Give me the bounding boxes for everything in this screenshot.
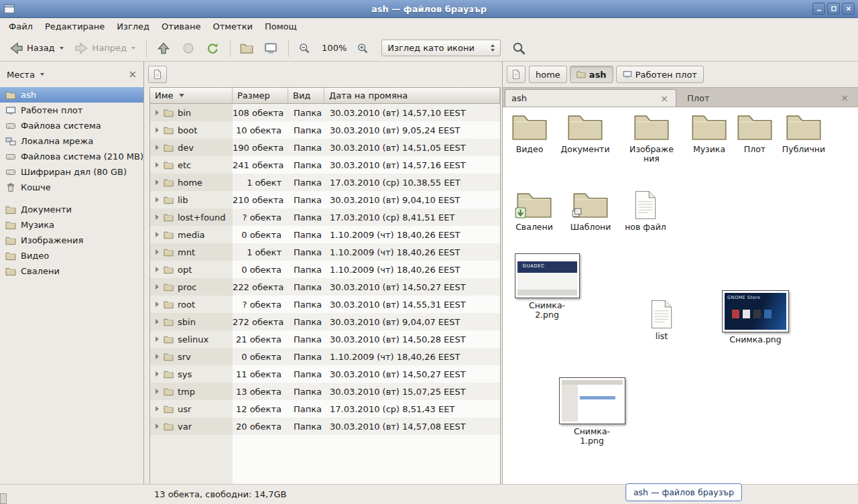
expander-icon[interactable] — [156, 180, 159, 185]
table-row-root[interactable]: root? обектаПапка30.03.2010 (вт) 14,55,3… — [150, 296, 500, 313]
table-row-mnt[interactable]: mnt1 обектПапка1.10.2009 (чт) 18,40,26 E… — [150, 243, 500, 261]
sidebar-item-6[interactable]: Кошче — [0, 180, 143, 195]
table-row-boot[interactable]: boot10 обектаПапка30.03.2010 (вт) 9,05,2… — [150, 121, 500, 139]
table-row-sbin[interactable]: sbin272 обектаПапка30.03.2010 (вт) 9,04,… — [150, 313, 500, 330]
table-row-sys[interactable]: sys11 обектаПапка30.03.2010 (вт) 14,50,2… — [150, 365, 500, 383]
icon-item-12[interactable]: Снимка-1.png — [557, 377, 627, 446]
zoom-in-button[interactable] — [352, 40, 373, 57]
view-mode-select[interactable]: Изглед като икони — [381, 40, 501, 56]
expander-icon[interactable] — [156, 214, 159, 220]
icon-item-9[interactable]: GUADECСнимка-2.png — [512, 253, 582, 320]
reload-button[interactable] — [201, 39, 224, 58]
sidebar-item-3[interactable]: Локална мрежа — [0, 133, 143, 149]
table-row-etc[interactable]: etc241 обектаПапка30.03.2010 (вт) 14,57,… — [150, 156, 500, 174]
zoom-out-button[interactable] — [294, 40, 315, 57]
sidebar-item-7[interactable]: Документи — [0, 202, 143, 217]
back-button[interactable]: Назад — [4, 38, 68, 58]
taskbar-window-button[interactable]: ash — файлов браузър — [625, 483, 742, 501]
table-row-bin[interactable]: bin108 обектаПапка30.03.2010 (вт) 14,57,… — [150, 104, 500, 121]
table-row-lost+found[interactable]: lost+found? обектаПапка17.03.2010 (ср) 8… — [150, 208, 500, 226]
sidebar-item-4[interactable]: Файлова система (210 MB) — [0, 149, 143, 164]
tab-0[interactable]: ash× — [505, 89, 676, 107]
expander-icon[interactable] — [156, 110, 159, 115]
places-dropdown-icon[interactable] — [40, 73, 44, 76]
path-button-0[interactable]: home — [529, 66, 567, 83]
expander-icon[interactable] — [156, 302, 159, 307]
sidebar-item-9[interactable]: Изображения — [0, 233, 143, 248]
table-row-media[interactable]: media0 обектаПапка1.10.2009 (чт) 18,40,2… — [150, 226, 500, 243]
icon-item-6[interactable]: Свалени — [510, 190, 558, 232]
titlebar[interactable]: ash — файлов браузър — [0, 0, 858, 18]
table-row-dev[interactable]: dev190 обектаПапка30.03.2010 (вт) 14,51,… — [150, 139, 500, 156]
icon-item-11[interactable]: GNOME StoreСнимка.png — [721, 290, 790, 344]
sidebar-item-1[interactable]: Работен плот — [0, 103, 143, 118]
expander-icon[interactable] — [156, 284, 159, 290]
expander-icon[interactable] — [156, 162, 159, 168]
stop-button[interactable] — [177, 39, 200, 58]
window-menu-icon[interactable] — [3, 3, 15, 15]
icon-item-5[interactable]: Публични — [780, 113, 828, 154]
expander-icon[interactable] — [156, 371, 159, 377]
forward-button[interactable]: Напред — [70, 38, 140, 58]
expander-icon[interactable] — [156, 424, 159, 429]
icon-item-4[interactable]: Плот — [736, 113, 774, 154]
table-row-proc[interactable]: proc222 обектаПапка30.03.2010 (вт) 14,50… — [150, 278, 500, 296]
icon-item-7[interactable]: Шаблони — [566, 190, 615, 232]
icon-pane-location-button[interactable] — [507, 66, 526, 83]
expander-icon[interactable] — [156, 319, 159, 324]
table-row-usr[interactable]: usr12 обектаПапка17.03.2010 (ср) 8,51,43… — [150, 400, 500, 418]
expander-icon[interactable] — [156, 127, 159, 133]
close-button[interactable] — [842, 3, 855, 15]
search-button[interactable] — [507, 39, 530, 58]
icon-item-2[interactable]: Изображения — [623, 113, 680, 164]
tab-1[interactable]: Плот× — [676, 89, 858, 107]
sidebar-item-5[interactable]: Шифриран дял (80 GB) — [0, 164, 143, 180]
icon-item-3[interactable]: Музика — [688, 113, 731, 154]
minimize-button[interactable] — [812, 3, 825, 15]
maximize-button[interactable] — [827, 3, 840, 15]
expander-icon[interactable] — [156, 267, 159, 272]
icon-item-10[interactable]: list — [637, 300, 686, 341]
sidebar-item-10[interactable]: Видео — [0, 248, 143, 263]
table-row-srv[interactable]: srv0 обектаПапка1.10.2009 (чт) 18,40,26 … — [150, 348, 500, 365]
table-row-lib[interactable]: lib210 обектаПапка30.03.2010 (вт) 9,04,1… — [150, 191, 500, 208]
path-button-2[interactable]: Работен плот — [616, 66, 704, 83]
sidebar-item-2[interactable]: Файлова система — [0, 118, 143, 133]
sidebar-item-0[interactable]: ash — [0, 87, 143, 103]
expander-icon[interactable] — [156, 249, 159, 255]
path-button-1[interactable]: ash — [570, 66, 613, 83]
up-button[interactable] — [151, 38, 176, 58]
sidebar-item-8[interactable]: Музика — [0, 217, 143, 233]
sidebar-close-icon[interactable]: × — [128, 70, 137, 80]
expander-icon[interactable] — [156, 389, 159, 394]
tree-pane-location-button[interactable] — [148, 66, 167, 83]
back-dropdown-icon[interactable] — [60, 47, 64, 50]
table-row-home[interactable]: home1 обектПапка17.03.2010 (ср) 10,38,55… — [150, 174, 500, 191]
column-header-2[interactable]: Вид — [288, 88, 324, 104]
icon-item-8[interactable]: нов файл — [621, 190, 670, 232]
menubar-item-2[interactable]: Изглед — [111, 19, 156, 34]
menubar-item-4[interactable]: Отметки — [206, 19, 258, 34]
expander-icon[interactable] — [156, 197, 159, 202]
menubar-item-1[interactable]: Редактиране — [39, 19, 111, 34]
menubar-item-0[interactable]: Файл — [3, 19, 39, 34]
column-header-0[interactable]: Име — [150, 88, 233, 104]
menubar-item-3[interactable]: Отиване — [156, 19, 206, 34]
column-header-1[interactable]: Размер — [233, 88, 288, 104]
computer-button[interactable] — [259, 39, 282, 58]
table-row-tmp[interactable]: tmp13 обектаПапка30.03.2010 (вт) 15,07,2… — [150, 383, 500, 400]
icon-view[interactable]: ВидеоДокументиИзображенияМузикаПлотПубли… — [503, 107, 858, 484]
expander-icon[interactable] — [156, 354, 159, 359]
icon-item-1[interactable]: Документи — [560, 113, 611, 154]
table-row-opt[interactable]: opt0 обектаПапка1.10.2009 (чт) 18,40,26 … — [150, 261, 500, 278]
table-row-selinux[interactable]: selinux21 обектаПапка30.03.2010 (вт) 14,… — [150, 330, 500, 348]
menubar-item-5[interactable]: Помощ — [259, 19, 303, 34]
column-header-3[interactable]: Дата на промяна — [324, 88, 500, 104]
expander-icon[interactable] — [156, 336, 159, 342]
home-button[interactable] — [235, 39, 258, 58]
table-row-var[interactable]: var20 обектаПапка30.03.2010 (вт) 14,57,0… — [150, 418, 500, 435]
sidebar-item-11[interactable]: Свалени — [0, 263, 143, 279]
expander-icon[interactable] — [156, 145, 159, 150]
expander-icon[interactable] — [156, 232, 159, 237]
expander-icon[interactable] — [156, 406, 159, 412]
